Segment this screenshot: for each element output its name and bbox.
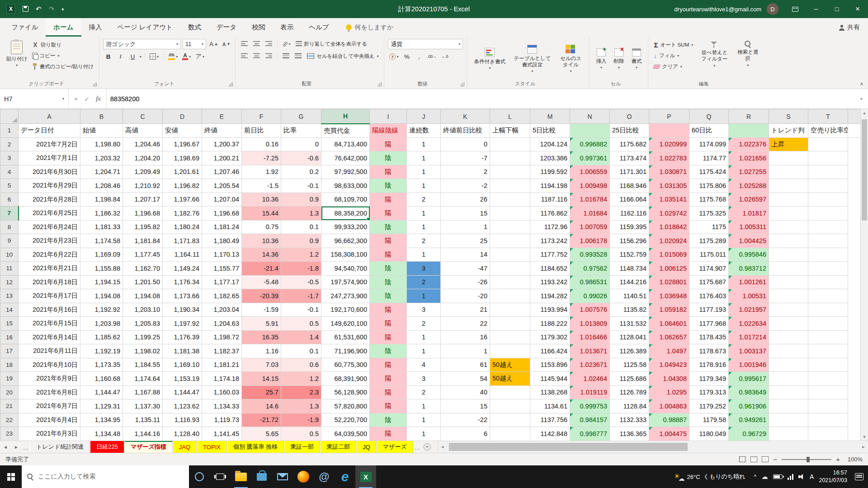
cell-S5[interactable]: [769, 179, 808, 193]
decrease-indent-button[interactable]: [281, 51, 291, 61]
cell-F5[interactable]: -1.5: [242, 179, 281, 193]
ribbon-display-options-button[interactable]: [785, 0, 806, 18]
merge-center-button[interactable]: セルを結合して中央揃え ▾: [305, 51, 380, 61]
cell-C14[interactable]: 1,203.10: [123, 303, 163, 317]
cell-I16[interactable]: 陽: [370, 330, 407, 344]
cell-G12[interactable]: -0.5: [281, 275, 321, 289]
cell-B16[interactable]: 1,185.62: [80, 330, 123, 344]
font-color-button[interactable]: A▾: [181, 52, 192, 61]
cell-K14[interactable]: 21: [441, 303, 490, 317]
alignment-dialog-launcher[interactable]: [377, 82, 382, 86]
cell-C1[interactable]: 高値: [123, 124, 163, 138]
align-middle-button[interactable]: [251, 39, 262, 49]
cell-F1[interactable]: 前日比: [242, 124, 281, 138]
cell-K23[interactable]: 6: [441, 427, 490, 441]
cell-B22[interactable]: 1,134.95: [80, 413, 123, 427]
cell-O15[interactable]: 1131.532: [610, 317, 649, 331]
cell-D16[interactable]: 1,176.39: [163, 330, 202, 344]
cell-D7[interactable]: 1,182.76: [163, 206, 202, 221]
sheet-tab-個別 騰落率 推移[interactable]: 個別 騰落率 推移: [227, 441, 284, 453]
cell-P18[interactable]: 1.049423: [649, 358, 689, 372]
cell-Q5[interactable]: 1175.806: [689, 179, 729, 193]
cell-F9[interactable]: 10.36: [242, 234, 281, 248]
cell-N8[interactable]: 1.007059: [570, 220, 610, 234]
taskbar-app-firefox[interactable]: [293, 465, 314, 488]
cell-Q17[interactable]: 1178.673: [689, 344, 729, 358]
cell-L14[interactable]: [490, 303, 530, 317]
cell-S19[interactable]: [769, 372, 808, 386]
sheet-tab-東証一部[interactable]: 東証一部: [284, 441, 320, 453]
taskbar-app-file-explorer[interactable]: [231, 465, 251, 488]
cell-E2[interactable]: 1,200.37: [202, 137, 242, 151]
cell-M7[interactable]: 1176.862: [530, 206, 570, 221]
cell-M8[interactable]: 1172.96: [530, 220, 570, 234]
cell-M17[interactable]: 1166.424: [530, 344, 570, 358]
cell-O13[interactable]: 1140.51: [610, 289, 649, 303]
cell-I3[interactable]: 陰: [370, 151, 407, 165]
cell-E19[interactable]: 1,174.18: [202, 372, 242, 386]
cell-A13[interactable]: 2021年6月17日: [19, 289, 80, 303]
cell-D19[interactable]: 1,153.19: [163, 372, 202, 386]
cell-I21[interactable]: 陽: [370, 399, 407, 413]
cell-M11[interactable]: 1184.652: [530, 262, 570, 276]
clock[interactable]: 16:57 2021/07/03: [819, 469, 847, 484]
cell-O22[interactable]: 1132.333: [610, 413, 649, 427]
cell-N23[interactable]: 0.998777: [570, 427, 610, 441]
cell-F17[interactable]: 1.16: [242, 344, 281, 358]
decrease-decimal-button[interactable]: ←.0: [439, 52, 450, 61]
cell-E11[interactable]: 1,155.77: [202, 262, 242, 276]
column-header-Q[interactable]: Q: [689, 109, 729, 124]
collapse-ribbon-button[interactable]: ∧: [860, 81, 863, 87]
cell-P10[interactable]: 1.015069: [649, 248, 689, 262]
cell-K18[interactable]: 61: [441, 358, 490, 372]
cell-D12[interactable]: 1,176.34: [163, 275, 202, 289]
cell-C13[interactable]: 1,194.08: [123, 289, 163, 303]
scroll-up-arrow[interactable]: ▲: [861, 109, 868, 117]
cell-P9[interactable]: 1.020924: [649, 234, 689, 248]
zoom-slider[interactable]: [782, 459, 831, 460]
number-dialog-launcher[interactable]: [460, 82, 464, 86]
cell-B2[interactable]: 1,198.80: [80, 137, 123, 151]
align-bottom-button[interactable]: [264, 39, 274, 49]
cell-J8[interactable]: 1: [407, 220, 441, 234]
cell-N7[interactable]: 1.01684: [570, 206, 610, 221]
cell-M3[interactable]: 1203.386: [530, 151, 570, 165]
cell-D22[interactable]: 1,116.93: [163, 413, 202, 427]
column-header-B[interactable]: B: [80, 109, 123, 124]
cell-F4[interactable]: 1.92: [242, 165, 281, 179]
cell-H7[interactable]: 88,358,200: [321, 206, 370, 221]
cell-R3[interactable]: 1.021656: [729, 151, 769, 165]
cell-F21[interactable]: 14.6: [242, 399, 281, 413]
cell-D13[interactable]: 1,173.66: [163, 289, 202, 303]
action-center-button[interactable]: [855, 473, 863, 480]
cell-L2[interactable]: [490, 137, 530, 151]
clipboard-dialog-launcher[interactable]: [93, 82, 97, 86]
undo-button[interactable]: ↶: [36, 5, 42, 13]
cell-N13[interactable]: 0.99026: [570, 289, 610, 303]
cell-O11[interactable]: 1148.734: [610, 262, 649, 276]
cell-O9[interactable]: 1156.296: [610, 234, 649, 248]
enter-button[interactable]: ✓: [84, 95, 90, 103]
cell-R4[interactable]: 1.027255: [729, 165, 769, 179]
cell-H11[interactable]: 94,540,700: [321, 262, 370, 276]
cell-M6[interactable]: 1187.116: [530, 192, 570, 206]
cell-P21[interactable]: 1.004863: [649, 399, 689, 413]
cell-C10[interactable]: 1,177.45: [123, 248, 163, 262]
cell-L12[interactable]: [490, 275, 530, 289]
sheet-tab-日経225[interactable]: 日経225: [90, 441, 124, 453]
cell-Q15[interactable]: 1177.968: [689, 317, 729, 331]
share-button[interactable]: 共有: [835, 18, 864, 37]
cell-M20[interactable]: 1138.268: [530, 385, 570, 399]
horizontal-scroll-track[interactable]: [447, 441, 859, 453]
cell-R5[interactable]: 1.025288: [729, 179, 769, 193]
row-header-6[interactable]: 6: [0, 192, 19, 206]
cell-C23[interactable]: 1,144.16: [123, 427, 163, 441]
cell-G10[interactable]: 1.2: [281, 248, 321, 262]
cell-O20[interactable]: 1126.789: [610, 385, 649, 399]
cell-O6[interactable]: 1166.064: [610, 192, 649, 206]
cell-I9[interactable]: 陽: [370, 234, 407, 248]
cell-K8[interactable]: 1: [441, 220, 490, 234]
currency-format-button[interactable]: ¥▾: [388, 52, 400, 61]
cell-H4[interactable]: 97,992,500: [321, 165, 370, 179]
customize-quick-access-button[interactable]: ▾: [61, 7, 64, 12]
